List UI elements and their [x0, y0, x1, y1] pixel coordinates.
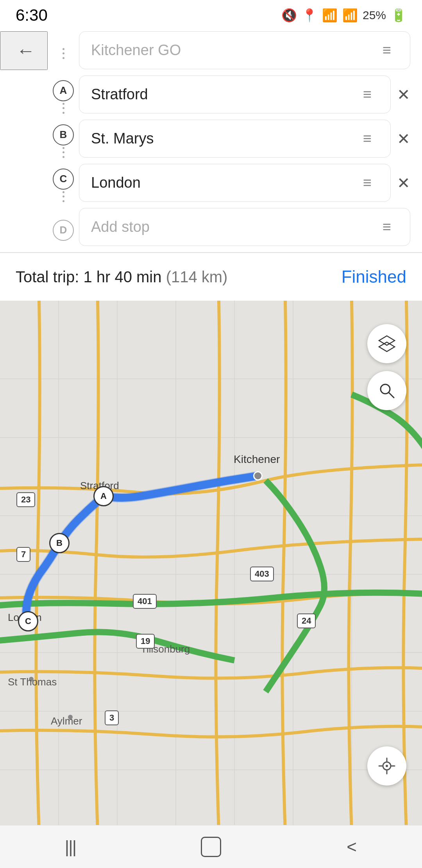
map-layers-button[interactable] [367, 324, 406, 363]
drag-icon-c: ≡ [363, 174, 372, 191]
wifi-icon: 📶 [322, 8, 338, 23]
route-stops: Kitchener GO ≡ A Stratford ≡ ✕ [48, 31, 422, 252]
menu-icon: ||| [65, 837, 76, 857]
highway-badge-7: 7 [16, 547, 30, 562]
stop-circle-a: A [53, 80, 74, 101]
close-stop-c[interactable]: ✕ [397, 174, 410, 192]
dot [63, 191, 64, 193]
dot [63, 52, 64, 54]
svg-point-16 [68, 715, 73, 719]
stop-label-stmarys: St. Marys [91, 130, 356, 147]
highway-badge-403: 403 [250, 567, 274, 581]
dot [63, 107, 64, 109]
stop-row-c: C London ≡ ✕ [48, 164, 410, 208]
stop-label-london: London [91, 174, 356, 191]
top-nav: ← Kitchener GO ≡ A [0, 27, 422, 252]
bottom-nav: ||| < [0, 825, 422, 868]
stop-input-row-c[interactable]: London ≡ ✕ [79, 164, 410, 202]
dot [63, 103, 64, 105]
stop-label-kitchener: Kitchener GO [91, 42, 376, 59]
stop-row-d: D Add stop ≡ [48, 208, 410, 252]
map-marker-c: C [18, 611, 38, 631]
finished-button[interactable]: Finished [342, 267, 406, 287]
stop-row-origin: Kitchener GO ≡ [48, 31, 410, 75]
back-icon: < [347, 837, 357, 857]
drag-icon-a: ≡ [363, 86, 372, 103]
svg-marker-17 [379, 336, 395, 345]
stop-row-a: A Stratford ≡ ✕ [48, 75, 410, 120]
stop-input-row-origin[interactable]: Kitchener GO ≡ [79, 31, 410, 69]
highway-badge-24: 24 [297, 613, 316, 628]
trip-distance: (114 km) [166, 268, 228, 285]
stop-connector-c: C [48, 169, 79, 204]
svg-point-22 [386, 765, 388, 767]
signal-icon: 📶 [342, 8, 358, 23]
map-container: Kitchener A B C Stratford London Tillson… [0, 301, 422, 832]
dot-line [63, 48, 64, 59]
stop-input-addstop[interactable]: Add stop ≡ [79, 208, 410, 246]
svg-line-20 [389, 393, 394, 398]
drag-icon: ≡ [383, 42, 391, 59]
stop-connector-a: A [48, 80, 79, 115]
status-time: 6:30 [16, 6, 48, 25]
dot [63, 147, 64, 149]
highway-badge-19: 19 [136, 634, 155, 649]
stop-label-stratford: Stratford [91, 86, 356, 103]
stop-input-stmarys[interactable]: St. Marys ≡ [79, 120, 391, 158]
close-stop-a[interactable]: ✕ [397, 86, 410, 104]
dot-line-c [63, 191, 64, 202]
map-svg [0, 301, 422, 832]
mute-icon: 🔇 [281, 8, 297, 23]
map-search-button[interactable] [367, 371, 406, 410]
status-bar: 6:30 🔇 📍 📶 📶 25% 🔋 [0, 0, 422, 27]
location-icon: 📍 [302, 8, 317, 23]
svg-rect-0 [0, 301, 422, 832]
highway-badge-3: 3 [105, 710, 119, 725]
trip-summary: Total trip: 1 hr 40 min (114 km) Finishe… [0, 253, 422, 301]
dot [63, 112, 64, 114]
stop-connector-b: B [48, 124, 79, 160]
svg-marker-18 [379, 342, 395, 352]
stop-label-addstop: Add stop [91, 219, 376, 235]
stop-input-row-a[interactable]: Stratford ≡ ✕ [79, 75, 410, 113]
dot [63, 57, 64, 59]
stop-row-b: B St. Marys ≡ ✕ [48, 120, 410, 164]
kitchener-dot [253, 471, 263, 481]
stop-input-row-b[interactable]: St. Marys ≡ ✕ [79, 120, 410, 158]
nav-back-button[interactable]: < [336, 835, 367, 859]
drag-icon-b: ≡ [363, 130, 372, 147]
dot [63, 151, 64, 153]
stop-input-stratford[interactable]: Stratford ≡ [79, 75, 391, 113]
stop-input-london[interactable]: London ≡ [79, 164, 391, 202]
highway-badge-401: 401 [133, 594, 157, 609]
stop-input-kitchener[interactable]: Kitchener GO ≡ [79, 31, 410, 69]
home-icon [201, 837, 221, 857]
status-icons: 🔇 📍 📶 📶 25% 🔋 [281, 8, 406, 23]
back-button[interactable]: ← [0, 31, 48, 70]
stop-connector-origin [48, 47, 79, 61]
map-locate-button[interactable] [367, 746, 406, 786]
nav-menu-button[interactable]: ||| [55, 835, 86, 859]
dot [63, 48, 64, 50]
dot [63, 200, 64, 202]
map-marker-b: B [49, 533, 70, 553]
close-stop-b[interactable]: ✕ [397, 130, 410, 148]
stop-circle-c: C [53, 169, 74, 190]
drag-icon-d: ≡ [383, 219, 391, 235]
stop-connector-d: D [48, 220, 79, 241]
stop-circle-d: D [53, 220, 74, 241]
dot-line-b [63, 147, 64, 158]
stop-circle-b: B [53, 124, 74, 145]
dot [63, 195, 64, 197]
highway-badge-23: 23 [16, 492, 35, 507]
trip-info: Total trip: 1 hr 40 min (114 km) [16, 268, 227, 286]
battery-level: 25% [363, 9, 386, 22]
nav-home-button[interactable] [195, 835, 227, 859]
stop-input-row-d[interactable]: Add stop ≡ [79, 208, 410, 246]
dot-line-a [63, 103, 64, 114]
map-marker-a: A [93, 486, 114, 506]
dot [63, 156, 64, 158]
battery-icon: 🔋 [391, 8, 406, 23]
trip-duration: Total trip: 1 hr 40 min [16, 268, 162, 285]
svg-point-15 [29, 677, 34, 681]
